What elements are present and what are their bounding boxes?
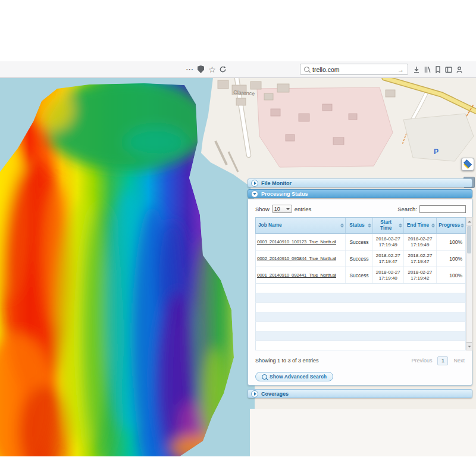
file-monitor-header[interactable]: File Monitor — [248, 178, 472, 187]
status-cell: Success — [346, 267, 373, 283]
show-label: Show — [255, 206, 270, 212]
bookmark-glyph — [434, 65, 442, 74]
progress-cell: 100% — [437, 234, 465, 250]
star-icon[interactable]: ☆ — [207, 61, 217, 77]
coverages-header[interactable]: Coverages — [248, 389, 472, 398]
table-controls: Show 10 entries Search: — [255, 204, 466, 214]
sidebar-glyph — [444, 65, 453, 74]
empty-row — [255, 303, 466, 312]
show-advanced-search-button[interactable]: Show Advanced Search — [255, 372, 333, 381]
sort-icon — [340, 224, 344, 228]
page-number-button[interactable]: 1 — [437, 356, 448, 365]
download-glyph — [412, 65, 421, 74]
sort-icon — [461, 224, 464, 228]
search-area: Search: — [397, 205, 466, 213]
url-text[interactable]: trello.com — [312, 66, 394, 73]
processing-status-header[interactable]: Processing Status — [248, 189, 472, 198]
browser-toolbar: ⋯ ☆ trello.com → — [0, 61, 476, 78]
go-arrow-icon[interactable]: → — [397, 66, 404, 73]
processing-status-title: Processing Status — [261, 191, 308, 197]
chevron-down-icon — [286, 208, 290, 210]
job-link[interactable]: 0001_20140910_092441_True_North.all — [257, 273, 336, 278]
downloads-icon[interactable] — [411, 61, 421, 77]
processing-status-content: Show 10 entries Search: Job Name Status — [248, 199, 472, 386]
column-header-job-name[interactable]: Job Name — [256, 218, 346, 233]
end-time-cell: 2018-02-2717:19:49 — [404, 234, 437, 250]
empty-row — [255, 293, 466, 303]
column-header-end-time[interactable]: End Time — [404, 218, 437, 233]
layers-icon-top — [464, 159, 472, 168]
column-header-status[interactable]: Status — [346, 218, 373, 233]
search-icon — [304, 67, 309, 72]
start-time-cell: 2018-02-2717:19:49 — [373, 234, 404, 250]
end-time-cell: 2018-02-2717:19:47 — [404, 250, 437, 267]
shield-glyph — [198, 65, 204, 73]
expand-icon — [251, 180, 258, 187]
entries-label: entries — [295, 206, 312, 212]
overflow-menu-icon[interactable]: ⋯ — [184, 61, 195, 77]
column-header-start-time[interactable]: Start Time — [373, 218, 404, 233]
empty-row — [255, 331, 466, 341]
table-row: 0002_20140910_095844_True_North.all Succ… — [255, 250, 466, 267]
scrollbar-thumb[interactable] — [467, 226, 471, 253]
account-glyph — [455, 65, 464, 74]
page-size-value: 10 — [274, 206, 280, 212]
empty-row — [255, 312, 466, 322]
collapse-icon — [251, 190, 258, 198]
sort-icon — [368, 224, 371, 228]
pagination: Previous 1 Next — [411, 356, 465, 365]
table-row: 0003_20140910_100123_True_North.all Succ… — [255, 234, 466, 250]
job-link[interactable]: 0002_20140910_095844_True_North.all — [257, 256, 336, 261]
status-cell: Success — [346, 234, 373, 250]
empty-row — [255, 341, 466, 350]
search-input[interactable] — [419, 205, 466, 213]
sidebar-icon[interactable] — [443, 61, 453, 77]
scroll-down-button[interactable] — [466, 342, 472, 350]
column-header-progress[interactable]: Progress — [437, 218, 465, 233]
reload-icon[interactable] — [218, 61, 228, 77]
sort-icon — [399, 224, 402, 228]
search-label: Search: — [397, 206, 417, 212]
progress-cell: 100% — [437, 267, 465, 283]
empty-row — [255, 322, 466, 331]
table-row: 0001_20140910_092441_True_North.all Succ… — [255, 267, 466, 284]
file-monitor-title: File Monitor — [261, 180, 292, 186]
previous-button[interactable]: Previous — [411, 358, 432, 364]
account-icon[interactable] — [454, 61, 464, 77]
library-glyph — [423, 65, 431, 74]
sort-icon — [431, 224, 435, 228]
pink-landuse — [257, 87, 393, 167]
start-time-cell: 2018-02-2717:19:40 — [373, 267, 404, 283]
page-size-select[interactable]: 10 — [272, 205, 292, 213]
address-bar[interactable]: trello.com → — [300, 64, 408, 75]
progress-cell: 100% — [437, 250, 465, 267]
job-link[interactable]: 0003_20140910_100123_True_North.all — [257, 239, 336, 245]
layers-control-button[interactable] — [461, 158, 474, 171]
start-time-cell: 2018-02-2717:19:47 — [373, 250, 404, 267]
reload-glyph — [219, 65, 227, 73]
status-panel: File Monitor Processing Status Show 10 e… — [248, 178, 472, 400]
parking-label: P — [434, 148, 439, 156]
search-icon — [262, 374, 267, 380]
end-time-cell: 2018-02-2717:19:42 — [404, 267, 437, 283]
status-cell: Success — [346, 250, 373, 267]
table-scrollbar[interactable] — [466, 217, 472, 350]
land-bottom-right — [250, 409, 476, 456]
empty-row — [255, 284, 466, 293]
table-header: Job Name Status Start Time End Time Prog… — [255, 217, 466, 234]
expand-icon — [251, 390, 258, 397]
bookmark-icon[interactable] — [433, 61, 443, 77]
next-button[interactable]: Next — [453, 358, 465, 364]
coverages-title: Coverages — [261, 391, 289, 397]
table-footer: Showing 1 to 3 of 3 entries Previous 1 N… — [255, 354, 465, 367]
shield-icon[interactable] — [196, 61, 206, 77]
library-icon[interactable] — [422, 61, 432, 77]
entries-summary: Showing 1 to 3 of 3 entries — [255, 358, 319, 364]
scroll-up-button[interactable] — [466, 218, 472, 226]
screen: ⋯ ☆ trello.com → — [0, 0, 476, 476]
